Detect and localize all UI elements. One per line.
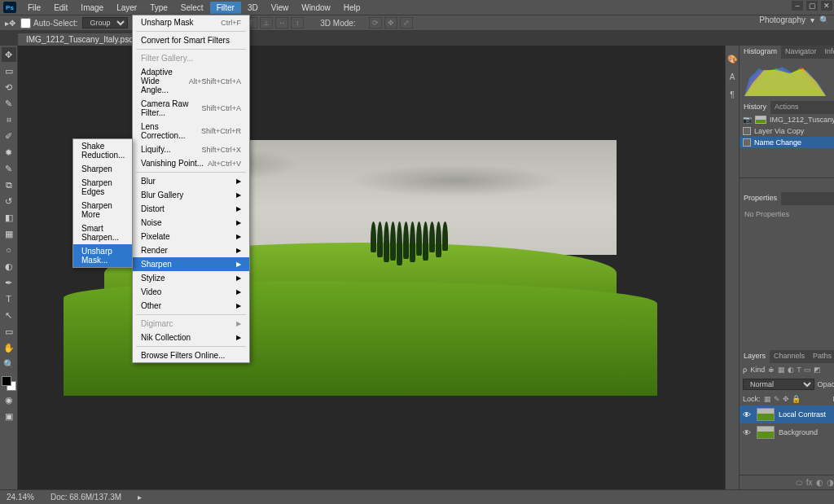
brush-tool[interactable]: ✎ [2, 161, 16, 176]
sharpen-sharpen[interactable]: Sharpen [73, 162, 132, 176]
sharpen-shake-reduction[interactable]: Shake Reduction... [73, 139, 132, 162]
tab-channels[interactable]: Channels [770, 350, 809, 363]
layer-row[interactable]: 👁 Background 🔒 [740, 423, 834, 441]
filter-blur[interactable]: Blur▶ [133, 174, 249, 188]
tab-navigator[interactable]: Navigator [781, 46, 821, 59]
layer-filter-icons[interactable]: ▦◐T▭◩ [778, 366, 821, 374]
menu-type[interactable]: Type [143, 2, 174, 14]
menu-help[interactable]: Help [337, 2, 367, 14]
tab-paths[interactable]: Paths [809, 350, 834, 363]
orbit-icon[interactable]: ⟳ [369, 17, 382, 28]
history-step[interactable]: Name Change [740, 137, 834, 148]
visibility-icon[interactable]: 👁 [743, 410, 753, 419]
filter-render[interactable]: Render▶ [133, 243, 249, 257]
color-panel-icon[interactable]: 🎨 [726, 52, 739, 65]
filter-blur-gallery[interactable]: Blur Gallery▶ [133, 188, 249, 202]
filter-noise[interactable]: Noise▶ [133, 216, 249, 230]
screen-mode-icon[interactable]: ▣ [2, 409, 16, 423]
zoom-level[interactable]: 24.14% [7, 493, 34, 502]
menu-image[interactable]: Image [74, 2, 110, 14]
filter-stylize[interactable]: Stylize▶ [133, 271, 249, 285]
filter-lens-correction[interactable]: Lens Correction...Shift+Ctrl+R [133, 120, 249, 142]
paragraph-panel-icon[interactable]: ¶ [726, 88, 739, 101]
menu-select[interactable]: Select [174, 2, 210, 14]
clone-stamp-tool[interactable]: ⧉ [2, 177, 16, 192]
sharpen-edges[interactable]: Sharpen Edges [73, 176, 132, 199]
eraser-tool[interactable]: ◧ [2, 210, 16, 225]
maximize-button[interactable]: ▢ [806, 1, 818, 11]
chevron-right-icon[interactable]: ▸ [138, 493, 142, 502]
filter-video[interactable]: Video▶ [133, 285, 249, 299]
fx-icon[interactable]: fx [806, 478, 813, 487]
visibility-icon[interactable]: 👁 [743, 428, 753, 437]
filter-nik-collection[interactable]: Nik Collection▶ [133, 331, 249, 344]
type-tool[interactable]: T [2, 291, 16, 306]
gradient-tool[interactable]: ▦ [2, 226, 16, 241]
marquee-tool[interactable]: ▭ [2, 64, 16, 78]
blur-tool[interactable]: ○ [2, 243, 16, 257]
lock-icons[interactable]: ▦✎✥🔒 [764, 395, 801, 403]
foreground-color[interactable] [2, 376, 11, 386]
tab-layers[interactable]: Layers [740, 350, 770, 363]
filter-last[interactable]: Unsharp MaskCtrl+F [133, 15, 249, 29]
sharpen-smart[interactable]: Smart Sharpen... [73, 221, 132, 244]
doc-size[interactable]: Doc: 68.6M/137.3M [50, 493, 121, 502]
quick-select-tool[interactable]: ✎ [2, 96, 16, 111]
filter-sharpen[interactable]: Sharpen▶ [133, 257, 249, 271]
filter-distort[interactable]: Distort▶ [133, 202, 249, 216]
menu-edit[interactable]: Edit [47, 2, 74, 14]
filter-other[interactable]: Other▶ [133, 299, 249, 313]
workspace-switcher[interactable]: Photography▾ 🔍 [759, 15, 829, 24]
auto-select-target[interactable]: Group [82, 17, 128, 28]
minimize-button[interactable]: – [792, 1, 803, 11]
filter-browse-online[interactable]: Browse Filters Online... [133, 348, 249, 362]
menu-layer[interactable]: Layer [110, 2, 143, 14]
lasso-tool[interactable]: ⟲ [2, 80, 16, 94]
adjustment-icon[interactable]: ◑ [827, 478, 834, 487]
menu-view[interactable]: View [265, 2, 296, 14]
filter-gallery[interactable]: Filter Gallery... [133, 51, 249, 65]
mask-icon[interactable]: ◐ [816, 478, 823, 487]
filter-vanishing-point[interactable]: Vanishing Point...Alt+Ctrl+V [133, 156, 249, 170]
sharpen-more[interactable]: Sharpen More [73, 199, 132, 221]
filter-pixelate[interactable]: Pixelate▶ [133, 230, 249, 243]
layer-row[interactable]: 👁 Local Contrast [740, 405, 834, 423]
hand-tool[interactable]: ✋ [2, 340, 16, 355]
align-icon[interactable]: ⊥ [260, 17, 273, 28]
quick-mask-icon[interactable]: ◉ [2, 392, 16, 407]
history-snapshot[interactable]: 📷 IMG_1212_Tuscany_Italy.psd [740, 114, 834, 125]
search-icon[interactable]: 🔍 [819, 15, 829, 24]
eyedropper-tool[interactable]: ✐ [2, 129, 16, 143]
filter-adaptive-wide-angle[interactable]: Adaptive Wide Angle...Alt+Shift+Ctrl+A [133, 65, 249, 97]
path-select-tool[interactable]: ↖ [2, 308, 16, 322]
link-icon[interactable]: ⬭ [796, 478, 803, 488]
menu-3d[interactable]: 3D [241, 2, 265, 14]
tab-history[interactable]: History [740, 101, 770, 114]
color-swatches[interactable] [2, 376, 16, 391]
filter-liquify[interactable]: Liquify...Shift+Ctrl+X [133, 142, 249, 156]
tab-info[interactable]: Info [821, 46, 834, 59]
pen-tool[interactable]: ✒ [2, 275, 16, 290]
align-icon[interactable]: ↕ [291, 17, 304, 28]
close-button[interactable]: ✕ [821, 1, 832, 11]
dodge-tool[interactable]: ◐ [2, 259, 16, 274]
tab-actions[interactable]: Actions [770, 101, 803, 114]
filter-convert-smart[interactable]: Convert for Smart Filters [133, 33, 249, 47]
filter-digimarc[interactable]: Digimarc▶ [133, 317, 249, 331]
move-tool[interactable]: ✥ [2, 47, 16, 62]
tab-properties[interactable]: Properties [740, 192, 781, 205]
filter-camera-raw[interactable]: Camera Raw Filter...Shift+Ctrl+A [133, 97, 249, 120]
tab-histogram[interactable]: Histogram [740, 46, 781, 59]
menu-filter[interactable]: Filter [210, 2, 241, 14]
crop-tool[interactable]: ⌗ [2, 112, 16, 127]
shape-tool[interactable]: ▭ [2, 324, 16, 339]
character-panel-icon[interactable]: A [726, 70, 739, 83]
history-step[interactable]: Layer Via Copy [740, 125, 834, 137]
menu-file[interactable]: File [21, 2, 47, 14]
spot-heal-tool[interactable]: ✹ [2, 145, 16, 160]
history-brush-tool[interactable]: ↺ [2, 194, 16, 208]
zoom-tool[interactable]: 🔍 [2, 357, 16, 371]
sharpen-unsharp-mask[interactable]: Unsharp Mask... [73, 244, 132, 267]
auto-select-checkbox[interactable]: Auto-Select: [20, 18, 77, 28]
menu-window[interactable]: Window [295, 2, 337, 14]
